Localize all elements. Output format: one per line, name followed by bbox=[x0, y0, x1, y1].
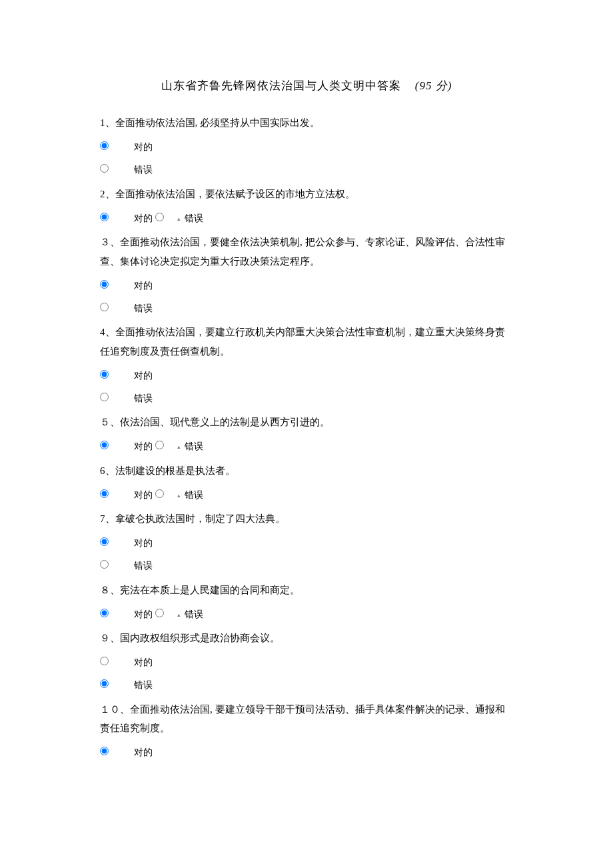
arrow-icon: ▴ bbox=[177, 214, 181, 223]
radio-wrong[interactable] bbox=[155, 213, 164, 221]
option-label-wrong: 错误 bbox=[185, 488, 203, 503]
page-title: 山东省齐鲁先锋网依法治国与人类文明中答案 (95 分) bbox=[100, 77, 513, 95]
option-row-inline: 对的▴错误 bbox=[100, 605, 513, 625]
question-text: 6、法制建设的根基是执法者。 bbox=[100, 461, 513, 481]
question-text: 4、全面推动依法治国，要建立行政机关内部重大决策合法性审查机制，建立重大决策终身… bbox=[100, 323, 513, 361]
option-row-inline: 对的▴错误 bbox=[100, 485, 513, 505]
arrow-icon: ▴ bbox=[177, 442, 181, 451]
question-text: ８、宪法在本质上是人民建国的合同和商定。 bbox=[100, 581, 513, 600]
radio-wrong[interactable] bbox=[100, 303, 109, 311]
radio-correct[interactable] bbox=[100, 370, 109, 379]
option-label-correct: 对的 bbox=[134, 488, 153, 503]
arrow-icon: ▴ bbox=[177, 610, 181, 619]
radio-wrong[interactable] bbox=[100, 560, 109, 569]
questions-list: 1、全面推动依法治国, 必须坚持从中国实际出发。对的错误2、全面推动依法治国，要… bbox=[100, 113, 513, 763]
radio-correct[interactable] bbox=[100, 280, 109, 289]
option-label-wrong: 错误 bbox=[185, 211, 203, 226]
radio-correct[interactable] bbox=[100, 141, 109, 150]
title-score: (95 分) bbox=[415, 79, 452, 92]
option-row: 对的 bbox=[100, 276, 513, 296]
option-label-correct: 对的 bbox=[134, 655, 153, 670]
option-label-correct: 对的 bbox=[134, 745, 153, 760]
radio-wrong[interactable] bbox=[100, 679, 109, 688]
question-text: ９、国内政权组织形式是政治协商会议。 bbox=[100, 629, 513, 648]
radio-correct[interactable] bbox=[100, 747, 109, 755]
option-label-wrong: 错误 bbox=[134, 391, 153, 406]
option-row: 错误 bbox=[100, 299, 513, 319]
option-row: 错误 bbox=[100, 676, 513, 696]
radio-wrong[interactable] bbox=[100, 164, 109, 173]
option-label-wrong: 错误 bbox=[134, 559, 153, 573]
radio-correct[interactable] bbox=[100, 213, 109, 221]
option-row-inline: 对的▴错误 bbox=[100, 209, 513, 229]
arrow-icon: ▴ bbox=[177, 491, 181, 500]
option-label-wrong: 错误 bbox=[134, 163, 153, 177]
radio-wrong[interactable] bbox=[155, 489, 164, 498]
question-text: ５、依法治国、现代意义上的法制是从西方引进的。 bbox=[100, 413, 513, 432]
option-label-wrong: 错误 bbox=[185, 607, 203, 622]
option-row: 对的 bbox=[100, 653, 513, 673]
question-text: 7、拿破仑执政法国时，制定了四大法典。 bbox=[100, 509, 513, 529]
option-label-wrong: 错误 bbox=[134, 678, 153, 693]
radio-wrong[interactable] bbox=[155, 441, 164, 449]
option-label-correct: 对的 bbox=[134, 369, 153, 383]
radio-wrong[interactable] bbox=[100, 393, 109, 401]
radio-correct[interactable] bbox=[100, 609, 109, 617]
option-label-correct: 对的 bbox=[134, 140, 153, 155]
option-row: 对的 bbox=[100, 138, 513, 158]
radio-correct[interactable] bbox=[100, 537, 109, 546]
option-row: 错误 bbox=[100, 161, 513, 181]
question-text: 1、全面推动依法治国, 必须坚持从中国实际出发。 bbox=[100, 113, 513, 133]
radio-correct[interactable] bbox=[100, 441, 109, 449]
radio-correct[interactable] bbox=[100, 657, 109, 665]
radio-wrong[interactable] bbox=[155, 609, 164, 617]
radio-correct[interactable] bbox=[100, 489, 109, 498]
option-row-inline: 对的▴错误 bbox=[100, 437, 513, 457]
option-label-correct: 对的 bbox=[134, 211, 153, 226]
option-row: 对的 bbox=[100, 534, 513, 554]
option-row: 错误 bbox=[100, 557, 513, 577]
option-label-correct: 对的 bbox=[134, 439, 153, 454]
option-label-wrong: 错误 bbox=[134, 301, 153, 316]
option-label-wrong: 错误 bbox=[185, 439, 203, 454]
option-label-correct: 对的 bbox=[134, 536, 153, 551]
option-label-correct: 对的 bbox=[134, 607, 153, 622]
question-text: １０、全面推动依法治国, 要建立领导干部干预司法活动、插手具体案件解决的记录、通… bbox=[100, 700, 513, 738]
title-text: 山东省齐鲁先锋网依法治国与人类文明中答案 bbox=[161, 79, 401, 92]
question-text: 2、全面推动依法治国，要依法赋予设区的市地方立法权。 bbox=[100, 185, 513, 204]
option-label-correct: 对的 bbox=[134, 279, 153, 293]
question-text: ３、全面推动依法治国，要健全依法决策机制, 把公众参与、专家论证、风险评估、合法… bbox=[100, 233, 513, 271]
option-row: 对的 bbox=[100, 743, 513, 763]
option-row: 对的 bbox=[100, 366, 513, 386]
option-row: 错误 bbox=[100, 389, 513, 409]
